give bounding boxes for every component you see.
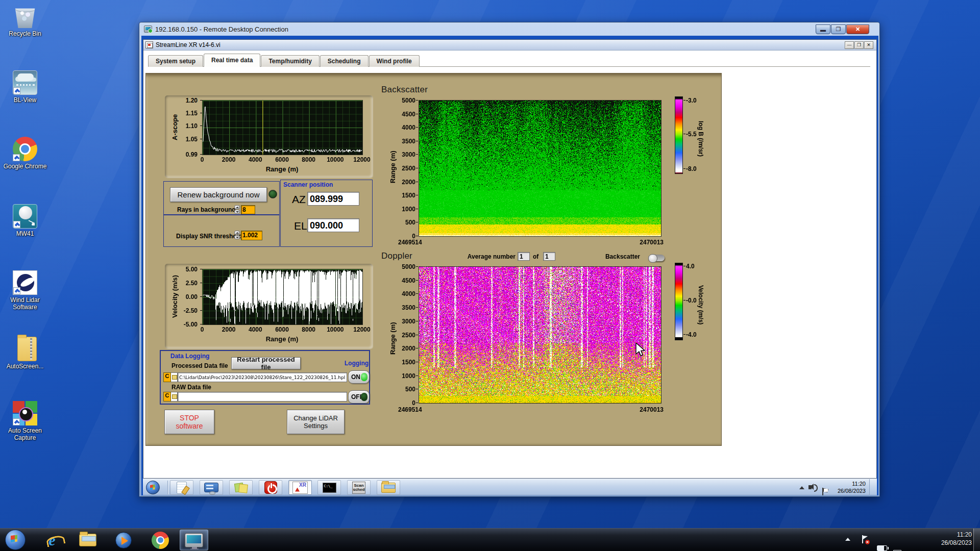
taskbar-google-chrome[interactable] <box>146 530 175 550</box>
taskbar-internet-explorer[interactable]: e <box>38 530 66 550</box>
snr-spinner[interactable] <box>234 231 240 240</box>
rays-spinner[interactable] <box>234 205 240 214</box>
rdp-titlebar[interactable]: 192.168.0.150 - Remote Desktop Connectio… <box>139 22 879 36</box>
axis-tick: 0.00 <box>176 293 198 300</box>
raw-browse-icon[interactable] <box>171 392 178 402</box>
shortcut-arrow-icon <box>13 87 20 94</box>
stop-line1: STOP <box>180 414 199 422</box>
desktop-icon-bl-view[interactable]: BL-View <box>3 70 47 104</box>
tab-temp-humidity[interactable]: Temp/humidity <box>261 55 319 67</box>
tick-mark <box>200 310 202 311</box>
doppler-colorbar <box>675 263 683 340</box>
remote-taskbar-notepad[interactable] <box>170 480 193 495</box>
snr-value-field[interactable]: 1.002 <box>241 231 262 240</box>
processed-logging-on-button[interactable]: ON <box>348 370 370 384</box>
minimize-button[interactable]: — <box>845 41 854 49</box>
backscatter-toggle[interactable] <box>648 255 665 261</box>
backscatter-section-title: Backscatter <box>381 85 428 95</box>
renew-background-led <box>268 190 277 198</box>
remote-volume-icon[interactable] <box>808 485 812 489</box>
axis-tick: 1.05 <box>176 136 198 143</box>
remote-desktop-icon <box>185 533 203 547</box>
axis-tick: 4000 <box>393 290 415 297</box>
maximize-button[interactable]: ❐ <box>831 24 846 34</box>
restore-button[interactable]: ❐ <box>854 41 864 49</box>
axis-tick: 8000 <box>297 326 321 333</box>
desktop-icon-recycle-bin[interactable]: Recycle Bin <box>3 4 47 38</box>
battery-icon[interactable] <box>877 545 887 551</box>
remote-taskbar-sticky-notes[interactable] <box>229 480 253 495</box>
remote-taskbar-scan-scheduler[interactable]: Scan sched <box>347 480 371 495</box>
close-button[interactable]: ✕ <box>846 24 869 34</box>
desktop-icon-google-chrome[interactable]: Google Chrome <box>3 137 47 170</box>
clock[interactable]: 11:20 26/08/2023 <box>925 531 972 547</box>
remote-taskbar-power-off[interactable] <box>259 480 282 495</box>
tray-expand-icon[interactable] <box>845 538 850 541</box>
remote-start-button[interactable] <box>146 481 160 494</box>
change-lidar-settings-button[interactable]: Change LiDAR Settings <box>287 410 345 434</box>
average-total-field[interactable]: 1 <box>543 252 555 261</box>
remote-show-desktop-button[interactable] <box>869 479 877 495</box>
taskbar-remote-desktop[interactable] <box>180 530 208 550</box>
remote-tray-expand-icon[interactable] <box>799 486 804 489</box>
backscatter-colorbar <box>675 96 683 174</box>
minimize-button[interactable]: ▬ <box>816 24 830 34</box>
desktop-icon-wind-lidar-software[interactable]: Wind Lidar Software <box>3 270 47 311</box>
remote-taskbar-file-explorer[interactable] <box>377 480 400 495</box>
remote-clock-time: 11:20 <box>830 481 866 488</box>
action-center-icon[interactable]: ✕ <box>862 535 868 543</box>
raw-logging-off-button[interactable]: OFF <box>348 390 370 404</box>
raw-path-field[interactable] <box>178 392 347 402</box>
backscatter-toggle-label: Backscatter <box>595 253 640 260</box>
processed-data-file-label: Processed Data file <box>172 362 228 369</box>
desktop-icon-autoscreen[interactable]: AutoScreen... <box>3 336 47 370</box>
raw-drive-box[interactable]: C <box>163 392 171 402</box>
velocity-x-axis-label: Range (m) <box>202 335 362 343</box>
sticky-notes-icon <box>235 482 247 493</box>
processed-browse-icon[interactable] <box>171 372 178 382</box>
tab-scheduling[interactable]: Scheduling <box>320 55 369 67</box>
el-value-field[interactable]: 090.000 <box>307 218 359 232</box>
restart-processed-file-button[interactable]: Restart processed file <box>231 357 301 369</box>
rays-value-field[interactable]: 8 <box>241 205 255 214</box>
processed-drive-box[interactable]: C <box>163 372 171 382</box>
taskbar-file-explorer[interactable] <box>74 530 102 550</box>
az-value-field[interactable]: 089.999 <box>307 192 359 206</box>
axis-tick: 8000 <box>297 156 321 163</box>
axis-tick: 6000 <box>270 326 295 333</box>
close-button[interactable]: ✕ <box>864 41 873 49</box>
tick-mark <box>416 195 418 195</box>
remote-action-center-icon[interactable] <box>822 488 827 495</box>
streamline-window: StreamLine XR v14-6.vi — ❐ ✕ System setu… <box>143 39 877 479</box>
tick-mark <box>416 114 418 114</box>
show-desktop-button[interactable] <box>973 529 980 551</box>
tick-mark <box>683 334 685 335</box>
desktop-icon-label: Recycle Bin <box>3 31 47 38</box>
tick-mark <box>200 324 202 324</box>
remote-taskbar-display-settings[interactable] <box>200 480 223 495</box>
az-label: AZ <box>292 193 306 206</box>
stop-software-button[interactable]: STOP software <box>164 410 214 434</box>
file-explorer-icon <box>79 534 96 546</box>
tick-mark <box>200 113 202 113</box>
renew-background-button[interactable]: Renew background now <box>170 187 267 202</box>
remote-clock[interactable]: 11:20 26/08/2023 <box>830 481 866 495</box>
axis-tick: 1000 <box>393 206 415 213</box>
desktop-icon-label: BL-View <box>3 97 47 104</box>
scanner-position-title: Scanner position <box>283 181 333 188</box>
processed-path-field[interactable]: C:\Lidar\Data\Proc\2023\202308\20230826\… <box>178 372 347 382</box>
streamline-titlebar[interactable]: StreamLine XR v14-6.vi <box>143 40 876 51</box>
desktop-icon-auto-screen-capture[interactable]: Auto Screen Capture <box>3 401 47 442</box>
tick-mark <box>416 222 418 222</box>
tab-wind-profile[interactable]: Wind profile <box>369 55 420 67</box>
average-number-field[interactable]: 1 <box>518 252 530 261</box>
remote-taskbar-streamline-xr[interactable]: XR <box>288 480 312 495</box>
remote-taskbar-command-prompt[interactable]: C:\_ <box>317 480 341 495</box>
start-button[interactable] <box>5 530 26 550</box>
tab-system-setup[interactable]: System setup <box>148 55 203 67</box>
backscatter-x-start: 2469514 <box>398 239 422 246</box>
tab-real-time-data[interactable]: Real time data <box>204 54 260 67</box>
taskbar-media-player[interactable] <box>109 530 138 550</box>
off-led <box>361 393 368 401</box>
desktop-icon-mw41[interactable]: MW41 <box>3 204 47 238</box>
